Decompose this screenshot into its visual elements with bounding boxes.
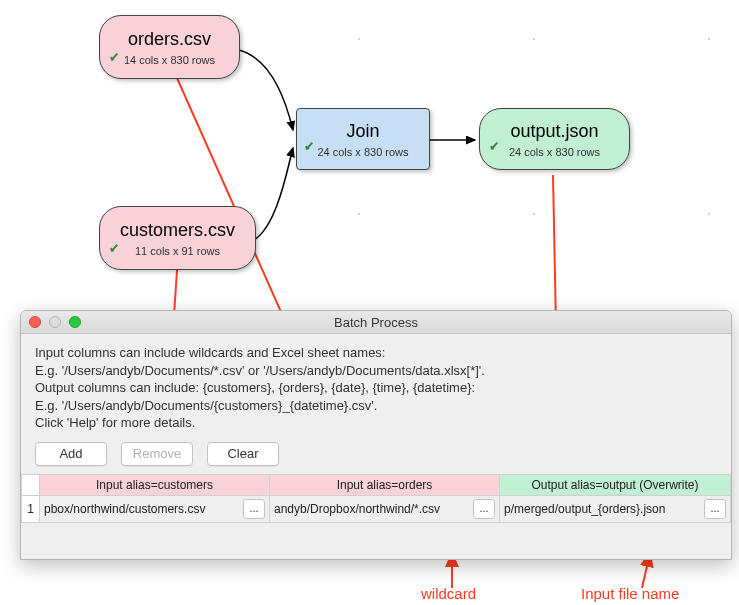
check-icon [108,241,122,255]
window-title: Batch Process [21,315,731,330]
node-subtitle: 24 cols x 830 rows [317,146,408,158]
output-path[interactable]: p/merged/output_{orders}.json [504,502,701,516]
input-customers-path[interactable]: pbox/northwind/customers.csv [44,502,240,516]
check-icon [108,50,122,64]
browse-button[interactable]: ... [243,499,265,519]
remove-button[interactable]: Remove [121,442,193,466]
annotation-wildcard: wildcard [421,585,476,602]
column-header-output[interactable]: Output alias=output (Overwrite) [500,474,731,495]
node-subtitle: 11 cols x 91 rows [135,245,220,257]
browse-button[interactable]: ... [704,499,726,519]
node-title: Join [346,121,379,142]
node-title: output.json [510,121,598,142]
input-orders-path[interactable]: andyb/Dropbox/northwind/*.csv [274,502,470,516]
table-row[interactable]: 1 pbox/northwind/customers.csv ... andyb… [22,495,731,522]
batch-table: Input alias=customers Input alias=orders… [21,474,731,523]
batch-process-window: Batch Process Input columns can include … [20,310,732,560]
annotation-input-file-name: Input file name [581,585,679,602]
node-customers[interactable]: customers.csv 11 cols x 91 rows [99,206,256,270]
node-title: customers.csv [120,220,235,241]
instructions-text: Input columns can include wildcards and … [21,334,731,438]
column-header-customers[interactable]: Input alias=customers [40,474,270,495]
node-subtitle: 14 cols x 830 rows [124,54,215,66]
node-output[interactable]: output.json 24 cols x 830 rows [479,108,630,170]
node-join[interactable]: Join 24 cols x 830 rows [296,108,430,170]
node-orders[interactable]: orders.csv 14 cols x 830 rows [99,15,240,79]
add-button[interactable]: Add [35,442,107,466]
window-titlebar[interactable]: Batch Process [21,311,731,334]
check-icon [303,139,317,153]
browse-button[interactable]: ... [473,499,495,519]
clear-button[interactable]: Clear [207,442,279,466]
row-number-header [22,474,40,495]
row-number: 1 [22,495,40,522]
check-icon [488,139,502,153]
node-subtitle: 24 cols x 830 rows [509,146,600,158]
node-title: orders.csv [128,29,211,50]
column-header-orders[interactable]: Input alias=orders [270,474,500,495]
